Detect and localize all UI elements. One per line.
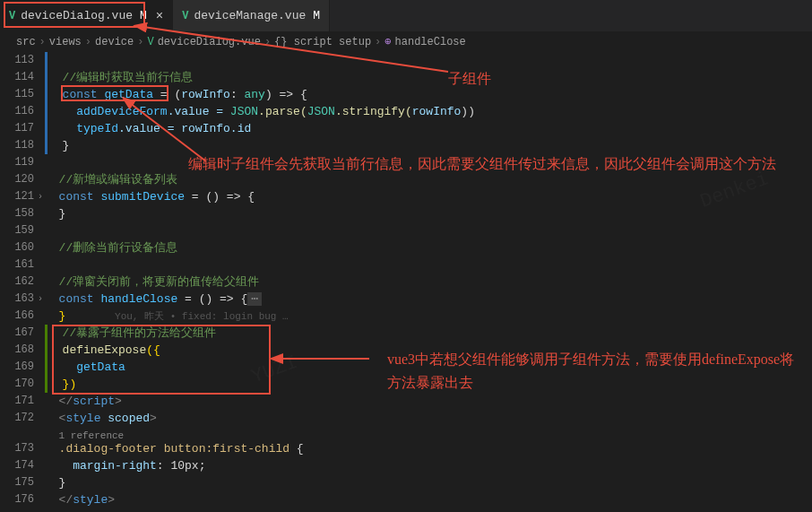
fold-icon[interactable]: › bbox=[38, 188, 43, 205]
method-icon: ⊕ bbox=[384, 35, 391, 48]
chevron-right-icon: › bbox=[39, 36, 46, 48]
vue-icon: V bbox=[182, 10, 188, 22]
code-area[interactable]: //编辑时获取当前行信息 const getData = (rowInfo: a… bbox=[45, 52, 812, 508]
modified-indicator: M bbox=[140, 9, 147, 22]
modified-indicator: M bbox=[313, 9, 320, 22]
vue-icon: V bbox=[9, 10, 15, 22]
line-gutter: 113114115 116117118 119120121 158159160 … bbox=[0, 52, 45, 508]
tab-label: deviceDialog.vue bbox=[21, 9, 133, 22]
bc-part[interactable]: src bbox=[16, 36, 36, 48]
bc-part[interactable]: handleClose bbox=[395, 36, 466, 48]
tab-devicemanage[interactable]: V deviceManage.vue M bbox=[173, 0, 330, 31]
tab-label: deviceManage.vue bbox=[194, 9, 306, 22]
breadcrumb: src › views › device › V deviceDialog.vu… bbox=[0, 31, 812, 52]
close-icon[interactable]: × bbox=[156, 9, 163, 23]
tab-devicedialog[interactable]: V deviceDialog.vue M × bbox=[0, 0, 173, 31]
bc-part[interactable]: views bbox=[49, 36, 82, 48]
chevron-right-icon: › bbox=[85, 36, 91, 48]
chevron-right-icon: › bbox=[264, 36, 271, 48]
vue-icon: V bbox=[147, 36, 153, 48]
git-blame-ghost: You, 昨天 • fixed: login bug … bbox=[115, 311, 289, 322]
tab-bar: V deviceDialog.vue M × V deviceManage.vu… bbox=[0, 0, 812, 31]
chevron-right-icon: › bbox=[137, 36, 143, 48]
chevron-right-icon: › bbox=[375, 36, 381, 48]
fold-icon[interactable]: › bbox=[38, 291, 43, 308]
bc-part[interactable]: {} script setup bbox=[274, 36, 371, 48]
bc-part[interactable]: device bbox=[95, 36, 134, 48]
bc-part[interactable]: deviceDialog.vue bbox=[158, 36, 261, 48]
code-editor[interactable]: 113114115 116117118 119120121 158159160 … bbox=[0, 52, 812, 508]
